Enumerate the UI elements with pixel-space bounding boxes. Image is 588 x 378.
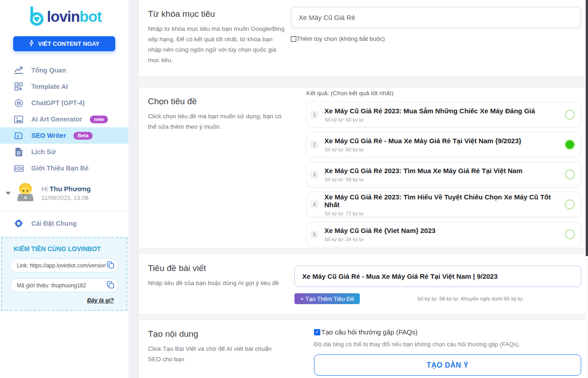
svg-text:y: y xyxy=(16,133,20,139)
scrollbar[interactable] xyxy=(586,0,588,378)
generate-content-section-title: Tạo nội dung xyxy=(148,329,285,339)
title-option-2[interactable]: 2 Xe Máy Cũ Giá Rẻ - Mua Xe Máy Giá Rẻ T… xyxy=(306,132,581,157)
scrollbar-thumb[interactable] xyxy=(586,0,588,256)
section-separator xyxy=(139,76,586,87)
options-checkbox[interactable] xyxy=(291,36,296,42)
option-title: Xe Máy Cũ Giá Rẻ - Mua Xe Máy Giá Rẻ Tại… xyxy=(324,137,560,145)
option-number: 2 xyxy=(310,141,318,149)
option-char-count: Số ký tự: 72 ký tự xyxy=(324,211,560,216)
option-number: 3 xyxy=(310,170,318,179)
char-count-info: Số ký tự: 58 ký tự. Khuyến nghị dưới 65 … xyxy=(360,296,581,301)
option-char-count: Số ký tự: 60 ký tự xyxy=(324,117,560,122)
lovinbot-heart-icon xyxy=(27,5,45,29)
sidebar-item-template-ai[interactable]: Template AI xyxy=(0,78,128,95)
referral-heading: KIẾM TIỀN CÙNG LOVINBOT xyxy=(6,245,122,252)
sidebar-item-gioi-thieu[interactable]: Giới Thiệu Bạn Bè xyxy=(0,160,128,176)
beta-badge: Beta xyxy=(74,132,93,140)
results-label: Kết quả: (Chọn kết quả tốt nhất) xyxy=(306,90,581,97)
option-radio[interactable] xyxy=(565,110,575,120)
user-menu[interactable]: Hi Thu Phương 11/09/2023, 13:06 xyxy=(5,182,128,204)
section-separator xyxy=(139,314,586,320)
user-datetime: 11/09/2023, 13:06 xyxy=(41,194,91,201)
title-option-3[interactable]: 3 Xe Máy Cũ Giá Rẻ 2023: Tìm Mua Xe Máy … xyxy=(306,162,581,187)
choose-title-section: Chọn tiêu đề Click chọn tiêu đề mà bạn m… xyxy=(139,87,586,248)
keyword-input[interactable]: Xe Máy Cũ Giá Rẻ xyxy=(291,7,581,28)
keyword-section-description: Nhập từ khóa mục tiêu mà bạn muốn Google… xyxy=(148,24,285,66)
title-options-list: 1 Xe Máy Cũ Giá Rẻ 2023: Mua Sắm Những C… xyxy=(306,102,581,247)
option-title: Xe Máy Cũ Giá Rẻ 2023: Mua Sắm Những Chi… xyxy=(324,107,560,115)
option-title: Xe Máy Cũ Giá Rẻ 2023: Tìm Mua Xe Máy Gi… xyxy=(324,167,560,174)
main-content: Từ khóa mục tiêu Nhập từ khóa mục tiêu m… xyxy=(138,0,586,378)
avatar xyxy=(15,182,36,204)
option-number: 5 xyxy=(310,230,318,238)
referral-code-field[interactable]: Mã giới thiệu: thuphuong182 xyxy=(10,278,118,292)
option-number: 1 xyxy=(310,111,318,119)
sidebar-item-settings[interactable]: Cài Đặt Chung xyxy=(0,219,128,228)
article-title-section-title: Tiêu đề bài viết xyxy=(148,263,285,273)
sidebar-main-gap xyxy=(128,0,138,378)
faq-note: Độ dài blog có thể bị thay đổi nếu bạn k… xyxy=(314,341,581,348)
generate-content-section-description: Click Tạo Bài Viết và chờ để AI viết bài… xyxy=(148,344,285,365)
referral-box: KIẾM TIỀN CÙNG LOVINBOT Link: https://ap… xyxy=(1,237,127,311)
sidebar-item-ai-art[interactable]: AI Art Generator new xyxy=(0,111,128,127)
sidebar-item-tong-quan[interactable]: Tổng Quan xyxy=(0,62,128,78)
lightning-icon xyxy=(29,39,34,48)
create-outline-button[interactable]: TẠO DÀN Ý xyxy=(314,354,581,376)
sidebar: lovinbot VIẾT CONTENT NGAY Tổng Qua xyxy=(0,0,128,378)
sidebar-item-lich-su[interactable]: Lịch Sử xyxy=(0,144,128,160)
gear-icon xyxy=(14,219,24,228)
sidebar-item-chatgpt[interactable]: ChatGPT (GPT-4) xyxy=(0,95,128,111)
brand-logo: lovinbot xyxy=(0,5,128,28)
money-icon xyxy=(14,165,24,172)
what-is-this-link[interactable]: Đây là gì? xyxy=(15,297,114,304)
option-char-count: Số ký tự: 60 ký tự xyxy=(324,147,560,152)
article-title-section: Tiêu đề bài viết Nhập tiêu đề của bạn ho… xyxy=(139,254,586,314)
faq-checkbox-label: Tạo câu hỏi thường gặp (FAQs) xyxy=(321,328,417,336)
option-radio[interactable] xyxy=(565,170,575,179)
article-title-input[interactable]: Xe Máy Cũ Giá Rẻ - Mua Xe Máy Giá Rẻ Tại… xyxy=(294,266,581,287)
image-icon xyxy=(14,116,24,123)
option-radio[interactable] xyxy=(565,199,575,209)
option-radio-selected[interactable] xyxy=(565,140,575,150)
chevron-down-icon[interactable] xyxy=(5,192,11,195)
generate-more-titles-button[interactable]: + Tạo Thêm Tiêu Đề xyxy=(294,293,360,304)
option-title: Xe Máy Cũ Giá Rẻ 2023: Tìm Hiểu Về Tuyệt… xyxy=(324,193,560,208)
brand-name: lovinbot xyxy=(47,8,101,25)
title-option-5[interactable]: 5 Xe Máy Cũ Giá Rẻ {Viet Nam} 2023 Số ký… xyxy=(306,222,581,247)
keyword-section-title: Từ khóa mục tiêu xyxy=(148,9,285,19)
new-badge: new xyxy=(90,116,108,123)
document-icon xyxy=(14,148,24,156)
grid-icon xyxy=(14,82,24,91)
faq-checkbox[interactable]: ✓ xyxy=(314,329,320,335)
option-number: 4 xyxy=(310,200,318,208)
option-char-count: Số ký tự: 34 ký tự xyxy=(324,237,560,242)
user-greeting: Hi Thu Phương xyxy=(41,185,91,193)
choose-title-section-title: Chọn tiêu đề xyxy=(148,97,285,107)
keyword-section: Từ khóa mục tiêu Nhập từ khóa mục tiêu m… xyxy=(139,0,586,76)
options-checkbox-label: Thêm tùy chọn (không bắt buộc) xyxy=(297,35,385,42)
option-title: Xe Máy Cũ Giá Rẻ {Viet Nam} 2023 xyxy=(324,227,560,234)
chatgpt-icon xyxy=(14,99,24,107)
sidebar-divider xyxy=(0,211,128,211)
referral-link-field[interactable]: Link: https://app.lovinbot.com/version-t… xyxy=(10,258,118,272)
copy-icon[interactable] xyxy=(107,281,114,290)
option-char-count: Số ký tự: 59 ký tự xyxy=(324,177,560,182)
app-window: lovinbot VIẾT CONTENT NGAY Tổng Qua xyxy=(0,0,588,378)
section-separator xyxy=(139,248,586,254)
write-content-button[interactable]: VIẾT CONTENT NGAY xyxy=(13,36,115,51)
sidebar-item-seo-writer[interactable]: y SEO Writer Beta xyxy=(0,127,128,144)
user-name: Thu Phương xyxy=(49,185,91,193)
title-option-1[interactable]: 1 Xe Máy Cũ Giá Rẻ 2023: Mua Sắm Những C… xyxy=(306,102,581,127)
generate-content-section: Tạo nội dung Click Tạo Bài Viết và chờ đ… xyxy=(139,320,586,378)
article-title-section-description: Nhập tiêu đề của bạn hoặc dùng AI gợi ý … xyxy=(148,278,285,289)
copy-icon[interactable] xyxy=(107,261,114,270)
title-option-4[interactable]: 4 Xe Máy Cũ Giá Rẻ 2023: Tìm Hiểu Về Tuy… xyxy=(306,192,581,217)
choose-title-section-description: Click chọn tiêu đề mà bạn muốn sử dụng, … xyxy=(148,111,285,132)
option-radio[interactable] xyxy=(565,229,575,239)
sidebar-nav: Tổng Quan Template AI xyxy=(0,62,128,176)
seo-writer-icon: y xyxy=(14,131,24,140)
line-chart-icon xyxy=(14,66,24,74)
